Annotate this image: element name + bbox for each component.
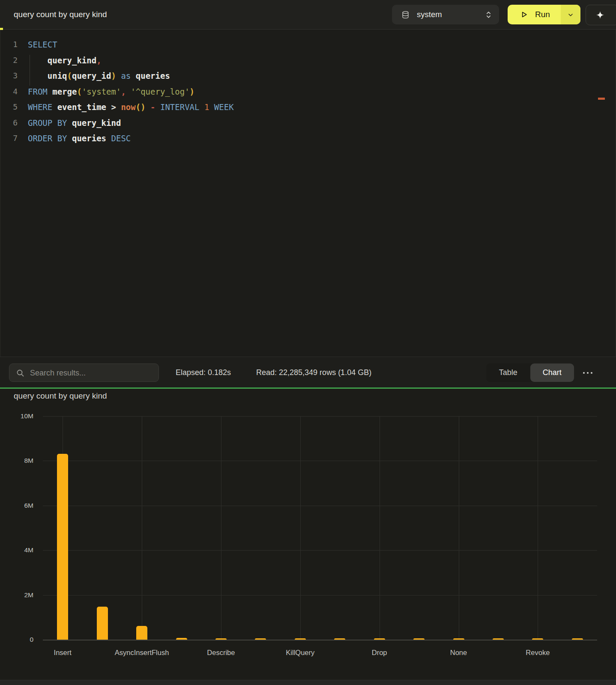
chevron-down-icon: [567, 12, 574, 18]
x-gridline: [300, 416, 301, 640]
line-number: 5: [0, 99, 18, 115]
code-lines: 1SELECT2 query_kind,3 uniq(query_id) as …: [0, 37, 616, 146]
y-gridline: [43, 640, 597, 640]
line-number: 1: [0, 37, 18, 53]
x-axis-label: AsyncInsertFlush: [103, 649, 180, 657]
bar-chart[interactable]: 10M8M6M4M2M0InsertAsyncInsertFlushDescri…: [0, 389, 616, 680]
bar-col12[interactable]: [493, 638, 504, 640]
y-tick-label: 8M: [0, 456, 33, 465]
bar-col4[interactable]: [176, 638, 187, 640]
sparkle-icon: [595, 10, 605, 20]
search-results-input[interactable]: [29, 364, 155, 382]
x-axis-label: None: [420, 649, 497, 657]
database-selector-value: system: [417, 5, 442, 24]
code-line: 1SELECT: [0, 37, 616, 53]
table-view-button[interactable]: Table: [486, 363, 530, 382]
code-line: 3 uniq(query_id) as queries: [0, 68, 616, 84]
x-axis-label: Describe: [182, 649, 260, 657]
x-gridline: [459, 416, 459, 640]
x-gridline: [221, 416, 221, 640]
bar-KillQuery[interactable]: [295, 638, 306, 640]
y-tick-label: 0: [0, 635, 33, 644]
sql-console: query count by query kind system Run: [0, 0, 616, 685]
bar-col2[interactable]: [97, 607, 108, 640]
y-gridline: [43, 416, 597, 417]
line-number: 7: [0, 131, 18, 146]
gutter-accent-marker: [0, 28, 3, 30]
y-tick-label: 10M: [0, 412, 33, 420]
x-axis-label: KillQuery: [262, 649, 339, 657]
bar-Describe[interactable]: [215, 638, 227, 640]
indent-guide: [30, 55, 30, 86]
search-icon: [16, 369, 24, 377]
code-line: 4FROM merge('system', '^query_log'): [0, 84, 616, 100]
x-axis-label: Insert: [24, 649, 101, 657]
y-gridline: [43, 550, 597, 551]
x-axis-label: Revoke: [499, 649, 576, 657]
line-number: 3: [0, 68, 18, 84]
bottom-scrollbar-track[interactable]: [0, 680, 616, 685]
bar-col8[interactable]: [334, 638, 345, 640]
line-number: 4: [0, 84, 18, 100]
x-gridline: [142, 416, 142, 640]
bar-Drop[interactable]: [374, 638, 385, 640]
y-gridline: [43, 595, 597, 596]
code-line: 7ORDER BY queries DESC: [0, 131, 616, 146]
run-options-button[interactable]: [561, 5, 580, 24]
code-line: 5WHERE event_time > now() - INTERVAL 1 W…: [0, 99, 616, 115]
code-line: 6GROUP BY query_kind: [0, 115, 616, 131]
more-options-button[interactable]: [579, 363, 596, 382]
bar-AsyncInsertFlush[interactable]: [136, 626, 147, 640]
ai-assist-button[interactable]: [586, 5, 616, 25]
run-button-label: Run: [535, 5, 550, 24]
chart-panel: query count by query kind 10M8M6M4M2M0In…: [0, 389, 616, 680]
updown-chevron-icon: [485, 11, 492, 19]
bar-col6[interactable]: [255, 638, 266, 640]
elapsed-stat: Elapsed: 0.182s: [176, 357, 231, 388]
run-button[interactable]: Run: [508, 5, 580, 24]
bar-None[interactable]: [453, 638, 464, 640]
y-gridline: [43, 461, 597, 461]
results-toolbar: Elapsed: 0.182s Read: 22,285,349 rows (1…: [0, 357, 616, 388]
x-gridline: [380, 416, 380, 640]
line-number: 2: [0, 53, 18, 68]
header: query count by query kind system Run: [0, 0, 616, 30]
sql-editor[interactable]: 1SELECT2 query_kind,3 uniq(query_id) as …: [0, 30, 616, 357]
y-tick-label: 6M: [0, 501, 33, 510]
page-title: query count by query kind: [14, 0, 107, 29]
scrollbar-marker: [598, 98, 605, 100]
code-line: 2 query_kind,: [0, 53, 616, 68]
database-icon: [401, 11, 410, 19]
bar-col14[interactable]: [572, 638, 583, 640]
read-stat: Read: 22,285,349 rows (1.04 GB): [256, 357, 371, 388]
x-gridline: [538, 416, 538, 640]
play-icon: [520, 10, 528, 19]
line-number: 6: [0, 115, 18, 131]
bar-Revoke[interactable]: [532, 638, 543, 640]
ellipsis-icon: [583, 372, 593, 374]
chart-view-button[interactable]: Chart: [530, 363, 574, 382]
view-toggle: Table Chart: [486, 363, 574, 382]
y-tick-label: 2M: [0, 591, 33, 599]
bar-col10[interactable]: [413, 638, 425, 640]
database-selector[interactable]: system: [392, 5, 499, 24]
y-gridline: [43, 506, 597, 506]
x-axis-label: Drop: [341, 649, 418, 657]
y-tick-label: 4M: [0, 546, 33, 554]
search-results-box[interactable]: [9, 363, 159, 382]
bar-Insert[interactable]: [57, 454, 68, 640]
